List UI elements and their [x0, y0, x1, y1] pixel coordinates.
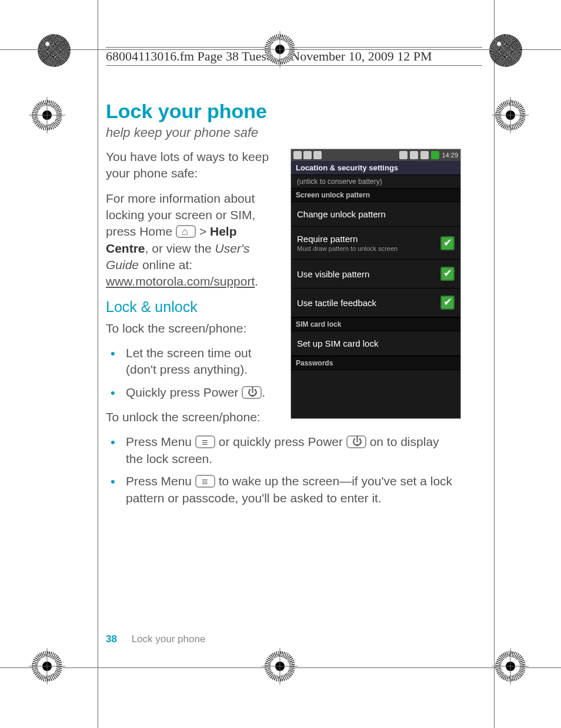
bullet-item: Press Menu or quickly press Power on to … [106, 434, 459, 467]
bullet-item: Let the screen time out (don't press any… [106, 345, 280, 378]
page-number: 38 [106, 633, 117, 645]
registration-mark-icon [495, 651, 526, 682]
phone-item-sublabel: Must draw pattern to unlock screen [297, 245, 398, 252]
crop-ornament-icon [38, 34, 71, 67]
phone-screen-title: Location & security settings [291, 161, 460, 175]
registration-mark-icon [32, 100, 62, 130]
help-paragraph: For more information about locking your … [106, 190, 280, 290]
power-key-icon [242, 386, 262, 399]
phone-section-header: Screen unlock pattern [291, 188, 460, 202]
usb-icon [303, 151, 312, 159]
phone-item-label: Use visible pattern [297, 269, 369, 279]
data-icon [410, 151, 418, 159]
intro-paragraph: You have lots of ways to keep your phone… [106, 149, 280, 182]
power-key-icon [346, 435, 366, 448]
phone-hint: (untick to conserve battery) [291, 175, 460, 188]
debug-icon [313, 151, 322, 159]
phone-status-bar: 14:29 [291, 149, 460, 161]
page-subtitle: help keep your phone safe [106, 125, 459, 140]
menu-key-icon [195, 435, 215, 448]
phone-item-label: Require pattern [297, 234, 358, 244]
phone-item-label: Use tactile feedback [297, 298, 376, 308]
phone-item-change-pattern[interactable]: Change unlock pattern [291, 202, 460, 227]
registration-mark-icon [32, 651, 62, 682]
phone-item-label: Change unlock pattern [297, 209, 386, 219]
support-url: www.motorola.com/support [106, 274, 255, 288]
phone-item-tactile-feedback[interactable]: Use tactile feedback [291, 288, 460, 317]
phone-section-header: SIM card lock [291, 317, 460, 331]
phone-item-label: Set up SIM card lock [297, 338, 378, 348]
notification-icon [293, 151, 302, 159]
checkbox-checked-icon[interactable] [440, 267, 455, 281]
signal-icon [420, 151, 429, 159]
footer-label: Lock your phone [132, 633, 206, 645]
registration-mark-icon [495, 100, 526, 130]
phone-item-visible-pattern[interactable]: Use visible pattern [291, 260, 460, 288]
checkbox-checked-icon[interactable] [440, 296, 455, 310]
phone-item-sim-lock[interactable]: Set up SIM card lock [291, 331, 460, 356]
bullet-item: Press Menu to wake up the screen—if you'… [106, 473, 459, 506]
menu-key-icon [195, 475, 215, 488]
registration-mark-icon [265, 34, 295, 65]
crop-ornament-icon [489, 34, 522, 67]
battery-icon [431, 151, 439, 159]
status-time: 14:29 [442, 152, 458, 159]
page-footer: 38 Lock your phone [106, 633, 205, 645]
section-heading: Lock & unlock [106, 298, 280, 316]
bluetooth-icon [399, 151, 408, 159]
registration-mark-icon [265, 651, 295, 682]
page-title: Lock your phone [106, 100, 459, 123]
phone-item-require-pattern[interactable]: Require pattern Must draw pattern to unl… [291, 227, 460, 260]
lock-intro: To lock the screen/phone: [106, 320, 280, 337]
phone-section-header: Passwords [291, 356, 460, 370]
bullet-item: Quickly press Power . [106, 384, 280, 401]
home-key-icon [176, 225, 196, 238]
phone-screenshot: 14:29 Location & security settings (unti… [290, 149, 461, 419]
checkbox-checked-icon[interactable] [440, 236, 455, 250]
